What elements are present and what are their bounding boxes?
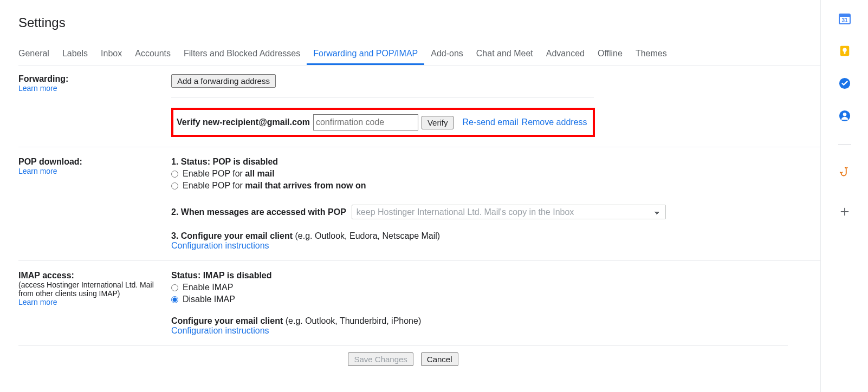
pop-enable-now-label[interactable]: Enable POP for mail that arrives from no… bbox=[183, 181, 366, 191]
verify-label: Verify new-recipient@gmail.com bbox=[177, 117, 310, 127]
imap-section-sub: (access Hostinger International Ltd. Mai… bbox=[18, 280, 167, 298]
svg-text:31: 31 bbox=[841, 17, 848, 23]
divider bbox=[171, 97, 594, 98]
svg-rect-5 bbox=[844, 51, 845, 54]
cancel-button[interactable]: Cancel bbox=[421, 352, 458, 366]
imap-config-instructions-link[interactable]: Configuration instructions bbox=[171, 326, 269, 335]
pop-enable-all-radio[interactable] bbox=[171, 171, 178, 178]
forwarding-section-title: Forwarding: bbox=[18, 74, 167, 84]
verify-button[interactable]: Verify bbox=[422, 116, 454, 129]
save-changes-button[interactable]: Save Changes bbox=[348, 352, 413, 366]
tab-offline[interactable]: Offline bbox=[591, 43, 629, 65]
settings-tabs: General Labels Inbox Accounts Filters an… bbox=[18, 40, 820, 66]
tab-advanced[interactable]: Advanced bbox=[540, 43, 591, 65]
tab-addons[interactable]: Add-ons bbox=[424, 43, 470, 65]
tasks-icon[interactable] bbox=[838, 77, 851, 90]
hook-icon[interactable] bbox=[838, 166, 851, 179]
pop-step2-label: 2. When messages are accessed with POP bbox=[171, 207, 346, 217]
confirmation-code-input[interactable] bbox=[313, 114, 418, 130]
resend-email-link[interactable]: Re-send email bbox=[462, 117, 518, 127]
contacts-icon[interactable] bbox=[838, 109, 851, 122]
tab-themes[interactable]: Themes bbox=[629, 43, 673, 65]
forwarding-learn-more-link[interactable]: Learn more bbox=[18, 84, 57, 93]
add-forwarding-address-button[interactable]: Add a forwarding address bbox=[171, 74, 276, 88]
svg-point-4 bbox=[843, 48, 846, 52]
imap-learn-more-link[interactable]: Learn more bbox=[18, 298, 57, 306]
calendar-icon[interactable]: 31 bbox=[838, 12, 851, 25]
pop-learn-more-link[interactable]: Learn more bbox=[18, 167, 57, 175]
footer-buttons: Save Changes Cancel bbox=[18, 345, 788, 373]
pop-status: 1. Status: POP is disabled bbox=[171, 157, 820, 167]
tab-forwarding[interactable]: Forwarding and POP/IMAP bbox=[307, 43, 424, 65]
side-panel: 31 bbox=[820, 0, 868, 392]
remove-address-link[interactable]: Remove address bbox=[522, 117, 587, 127]
imap-enable-label[interactable]: Enable IMAP bbox=[183, 283, 233, 292]
svg-rect-1 bbox=[839, 14, 850, 17]
tab-filters[interactable]: Filters and Blocked Addresses bbox=[177, 43, 307, 65]
add-icon[interactable] bbox=[838, 205, 851, 218]
imap-disable-radio[interactable] bbox=[171, 296, 178, 303]
imap-configure: Configure your email client (e.g. Outloo… bbox=[171, 316, 820, 326]
tab-labels[interactable]: Labels bbox=[56, 43, 94, 65]
imap-section-title: IMAP access: bbox=[18, 271, 167, 280]
tab-inbox[interactable]: Inbox bbox=[94, 43, 128, 65]
imap-disable-label[interactable]: Disable IMAP bbox=[183, 295, 235, 304]
imap-status: Status: IMAP is disabled bbox=[171, 271, 820, 280]
pop-config-instructions-link[interactable]: Configuration instructions bbox=[171, 241, 269, 250]
rail-separator bbox=[838, 144, 851, 145]
keep-icon[interactable] bbox=[838, 44, 851, 57]
pop-action-select[interactable]: keep Hostinger International Ltd. Mail's… bbox=[352, 205, 666, 219]
tab-accounts[interactable]: Accounts bbox=[128, 43, 177, 65]
verify-forwarding-row: Verify new-recipient@gmail.com Verify Re… bbox=[171, 108, 595, 137]
pop-enable-now-radio[interactable] bbox=[171, 182, 178, 190]
svg-point-8 bbox=[843, 113, 846, 116]
pop-enable-all-label[interactable]: Enable POP for all mail bbox=[183, 169, 275, 179]
tab-chat[interactable]: Chat and Meet bbox=[470, 43, 540, 65]
pop-step3: 3. Configure your email client (e.g. Out… bbox=[171, 231, 820, 241]
pop-section-title: POP download: bbox=[18, 157, 167, 167]
tab-general[interactable]: General bbox=[18, 43, 56, 65]
page-title: Settings bbox=[18, 15, 820, 30]
imap-enable-radio[interactable] bbox=[171, 284, 178, 291]
